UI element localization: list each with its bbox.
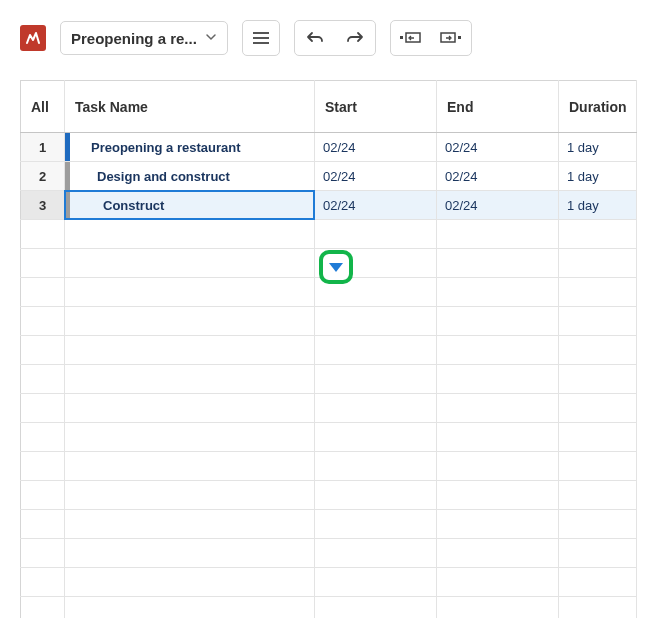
indent-button[interactable] bbox=[431, 21, 471, 55]
empty-cell[interactable] bbox=[315, 481, 437, 510]
empty-cell[interactable] bbox=[21, 452, 65, 481]
empty-cell[interactable] bbox=[65, 394, 315, 423]
empty-cell[interactable] bbox=[21, 481, 65, 510]
empty-cell[interactable] bbox=[21, 220, 65, 249]
empty-cell[interactable] bbox=[559, 394, 637, 423]
row-number[interactable]: 2 bbox=[21, 162, 65, 191]
empty-cell[interactable] bbox=[65, 249, 315, 278]
empty-cell[interactable] bbox=[21, 510, 65, 539]
empty-row[interactable] bbox=[21, 336, 637, 365]
empty-cell[interactable] bbox=[437, 307, 559, 336]
outdent-button[interactable] bbox=[391, 21, 431, 55]
empty-cell[interactable] bbox=[315, 423, 437, 452]
empty-cell[interactable] bbox=[559, 307, 637, 336]
empty-cell[interactable] bbox=[65, 597, 315, 619]
empty-cell[interactable] bbox=[65, 307, 315, 336]
empty-row[interactable] bbox=[21, 452, 637, 481]
empty-cell[interactable] bbox=[559, 336, 637, 365]
empty-cell[interactable] bbox=[65, 481, 315, 510]
empty-cell[interactable] bbox=[437, 249, 559, 278]
empty-cell[interactable] bbox=[437, 539, 559, 568]
empty-cell[interactable] bbox=[559, 452, 637, 481]
table-row[interactable]: 2Design and construct02/2402/241 day bbox=[21, 162, 637, 191]
empty-cell[interactable] bbox=[65, 539, 315, 568]
empty-row[interactable] bbox=[21, 307, 637, 336]
empty-cell[interactable] bbox=[559, 249, 637, 278]
empty-row[interactable] bbox=[21, 510, 637, 539]
document-title-dropdown[interactable]: Preopening a re... bbox=[60, 21, 228, 55]
empty-cell[interactable] bbox=[315, 220, 437, 249]
table-row[interactable]: 3Construct02/2402/241 day bbox=[21, 191, 637, 220]
empty-cell[interactable] bbox=[559, 539, 637, 568]
empty-cell[interactable] bbox=[315, 568, 437, 597]
empty-row[interactable] bbox=[21, 394, 637, 423]
col-header-duration[interactable]: Duration bbox=[559, 81, 637, 133]
empty-cell[interactable] bbox=[437, 481, 559, 510]
empty-cell[interactable] bbox=[437, 336, 559, 365]
empty-cell[interactable] bbox=[437, 365, 559, 394]
task-cell[interactable]: Construct bbox=[65, 191, 315, 220]
start-cell[interactable]: 02/24 bbox=[315, 162, 437, 191]
empty-row[interactable] bbox=[21, 220, 637, 249]
empty-cell[interactable] bbox=[65, 278, 315, 307]
undo-button[interactable] bbox=[295, 21, 335, 55]
row-number[interactable]: 3 bbox=[21, 191, 65, 220]
empty-cell[interactable] bbox=[315, 597, 437, 619]
duration-cell[interactable]: 1 day bbox=[559, 133, 637, 162]
empty-cell[interactable] bbox=[315, 307, 437, 336]
start-cell[interactable]: 02/24 bbox=[315, 191, 437, 220]
empty-cell[interactable] bbox=[437, 568, 559, 597]
empty-row[interactable] bbox=[21, 423, 637, 452]
col-header-end[interactable]: End bbox=[437, 81, 559, 133]
empty-cell[interactable] bbox=[315, 365, 437, 394]
empty-cell[interactable] bbox=[559, 220, 637, 249]
empty-row[interactable] bbox=[21, 597, 637, 619]
empty-cell[interactable] bbox=[315, 394, 437, 423]
empty-cell[interactable] bbox=[437, 278, 559, 307]
empty-cell[interactable] bbox=[21, 539, 65, 568]
empty-cell[interactable] bbox=[559, 568, 637, 597]
empty-cell[interactable] bbox=[315, 539, 437, 568]
empty-row[interactable] bbox=[21, 481, 637, 510]
col-header-all[interactable]: All bbox=[21, 81, 65, 133]
empty-cell[interactable] bbox=[65, 423, 315, 452]
empty-cell[interactable] bbox=[65, 220, 315, 249]
task-cell[interactable]: Preopening a restaurant bbox=[65, 133, 315, 162]
empty-cell[interactable] bbox=[559, 481, 637, 510]
empty-cell[interactable] bbox=[21, 278, 65, 307]
empty-cell[interactable] bbox=[437, 452, 559, 481]
start-cell[interactable]: 02/24 bbox=[315, 133, 437, 162]
empty-cell[interactable] bbox=[21, 423, 65, 452]
row-number[interactable]: 1 bbox=[21, 133, 65, 162]
empty-cell[interactable] bbox=[437, 597, 559, 619]
empty-cell[interactable] bbox=[559, 510, 637, 539]
empty-cell[interactable] bbox=[65, 365, 315, 394]
empty-cell[interactable] bbox=[65, 568, 315, 597]
task-handle[interactable] bbox=[65, 162, 70, 190]
table-row[interactable]: 1Preopening a restaurant02/2402/241 day bbox=[21, 133, 637, 162]
empty-cell[interactable] bbox=[437, 423, 559, 452]
empty-cell[interactable] bbox=[437, 220, 559, 249]
empty-cell[interactable] bbox=[21, 307, 65, 336]
end-cell[interactable]: 02/24 bbox=[437, 162, 559, 191]
duration-cell[interactable]: 1 day bbox=[559, 162, 637, 191]
task-cell[interactable]: Design and construct bbox=[65, 162, 315, 191]
col-header-start[interactable]: Start bbox=[315, 81, 437, 133]
empty-cell[interactable] bbox=[315, 452, 437, 481]
empty-cell[interactable] bbox=[21, 568, 65, 597]
empty-row[interactable] bbox=[21, 365, 637, 394]
empty-cell[interactable] bbox=[65, 452, 315, 481]
menu-button[interactable] bbox=[242, 20, 280, 56]
task-handle[interactable] bbox=[65, 133, 70, 161]
empty-cell[interactable] bbox=[21, 365, 65, 394]
empty-row[interactable] bbox=[21, 539, 637, 568]
redo-button[interactable] bbox=[335, 21, 375, 55]
empty-cell[interactable] bbox=[437, 510, 559, 539]
empty-row[interactable] bbox=[21, 568, 637, 597]
duration-cell[interactable]: 1 day bbox=[559, 191, 637, 220]
empty-cell[interactable] bbox=[65, 510, 315, 539]
empty-cell[interactable] bbox=[559, 597, 637, 619]
row-dropdown-handle[interactable] bbox=[319, 250, 353, 284]
end-cell[interactable]: 02/24 bbox=[437, 133, 559, 162]
empty-cell[interactable] bbox=[315, 510, 437, 539]
